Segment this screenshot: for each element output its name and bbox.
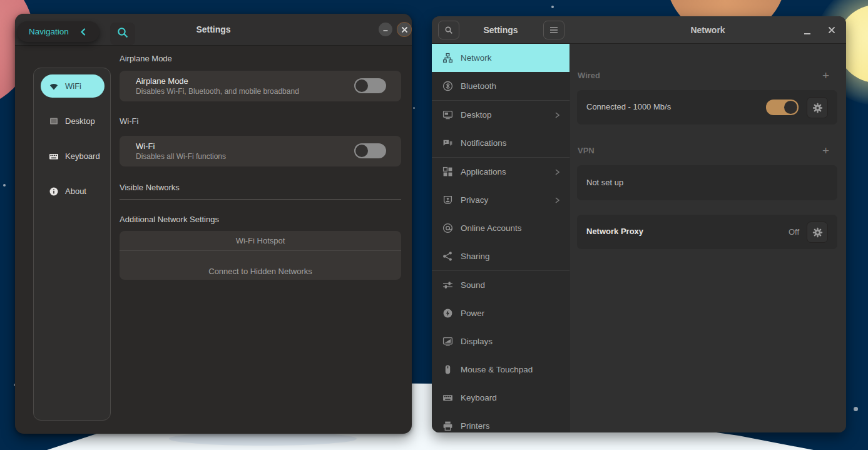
mouse-icon: [442, 364, 453, 375]
visible-networks-divider: [120, 199, 401, 200]
at-icon: [442, 223, 453, 233]
wired-toggle[interactable]: [766, 100, 799, 115]
keyboard-icon: [442, 392, 453, 403]
sidebar-item-sound[interactable]: Sound: [432, 271, 569, 299]
sidebar-item-label: Online Accounts: [461, 223, 522, 233]
close-icon[interactable]: [827, 26, 836, 34]
sidebar-item-label: Sound: [461, 280, 485, 290]
airplane-mode-toggle[interactable]: [354, 78, 386, 93]
proxy-value: Off: [789, 227, 799, 237]
sidebar-item-mouse-touchpad[interactable]: Mouse & Touchpad: [432, 355, 569, 384]
sidebar-item-label: Applications: [461, 167, 506, 176]
sidebar-item-notifications[interactable]: Notifications: [432, 129, 569, 157]
section-header-airplane-mode: Airplane Mode: [120, 54, 401, 63]
wired-options-button[interactable]: [807, 97, 828, 118]
toggle-knob: [355, 145, 368, 157]
add-vpn-button[interactable]: +: [822, 144, 829, 158]
sidebar-item-label: Sharing: [461, 252, 490, 261]
privacy-icon: [442, 195, 453, 205]
sidebar-item-label: Keyboard: [461, 393, 497, 402]
toggle-knob: [784, 101, 797, 114]
displays-icon: [442, 336, 453, 347]
sidebar-item-about[interactable]: About: [41, 180, 105, 203]
gear-icon: [812, 103, 823, 113]
sidebar-item-label: Mouse & Touchpad: [461, 365, 533, 374]
wifi-settings-window: Settings WiFi Desktop Keyboard About Air…: [15, 14, 412, 434]
minimize-icon[interactable]: [803, 28, 812, 36]
sidebar-item-label: Power: [461, 309, 484, 318]
wifi-icon: [49, 81, 59, 91]
network-proxy-row[interactable]: Network Proxy Off: [577, 215, 837, 249]
printer-icon: [442, 421, 453, 431]
star: [551, 6, 554, 8]
desktop-icon: [442, 110, 453, 120]
sidebar-item-keyboard[interactable]: Keyboard: [41, 145, 105, 168]
sidebar-item-sharing[interactable]: Sharing: [432, 242, 569, 270]
wired-section-label: Wired: [578, 71, 600, 80]
sidebar-item-keyboard[interactable]: Keyboard: [432, 384, 569, 412]
vpn-status: Not set up: [586, 178, 623, 187]
sidebar-item-network[interactable]: Network: [432, 44, 569, 72]
network-settings-window: Settings Network Network Bluetooth Deskt…: [432, 16, 846, 432]
sidebar-item-label: WiFi: [65, 81, 81, 91]
section-header-additional: Additional Network Settings: [120, 215, 401, 224]
airplane-mode-subtitle: Disables Wi-Fi, Bluetooth, and mobile br…: [136, 87, 299, 96]
proxy-options-button[interactable]: [807, 222, 828, 243]
notifications-icon: [442, 138, 453, 148]
sidebar-item-label: Keyboard: [65, 151, 100, 161]
power-icon: [442, 308, 453, 319]
menu-button[interactable]: [543, 21, 564, 39]
sidebar-item-privacy[interactable]: Privacy: [432, 186, 569, 214]
chevron-right-icon: [553, 197, 561, 204]
wired-connection-row[interactable]: Connected - 1000 Mb/s: [577, 90, 837, 125]
connect-hidden-networks-button[interactable]: Connect to Hidden Networks: [120, 251, 401, 280]
snow-shade: [169, 432, 357, 446]
sidebar-item-desktop[interactable]: Desktop: [41, 110, 105, 133]
sidebar-item-wifi[interactable]: WiFi: [41, 74, 105, 98]
wifi-toggle[interactable]: [354, 143, 386, 158]
star: [854, 407, 858, 411]
sidebar-item-label: About: [65, 187, 86, 196]
sidebar-item-desktop[interactable]: Desktop: [432, 101, 569, 129]
sidebar-item-online-accounts[interactable]: Online Accounts: [432, 214, 569, 242]
hamburger-icon: [549, 26, 558, 34]
section-header-wifi: Wi-Fi: [120, 116, 401, 126]
left-sidebar: WiFi Desktop Keyboard About: [33, 68, 111, 421]
sidebar-item-label: Displays: [461, 337, 493, 346]
wifi-subtitle: Disables all Wi-Fi functions: [136, 152, 226, 161]
network-panel: Wired + Connected - 1000 Mb/s VPN + Not …: [569, 44, 846, 432]
sidebar-item-printers[interactable]: Printers: [432, 412, 569, 432]
left-main-content: Airplane Mode Airplane Mode Disables Wi-…: [120, 14, 401, 434]
keyboard-icon: [49, 151, 59, 161]
section-header-visible-networks: Visible Networks: [120, 183, 401, 192]
sidebar-item-label: Network: [461, 53, 492, 63]
wifi-hotspot-button[interactable]: Wi-Fi Hotspot: [120, 231, 401, 250]
wifi-title: Wi-Fi: [136, 141, 155, 151]
right-sidebar: Network Bluetooth Desktop Notifications …: [432, 44, 569, 432]
right-titlebar[interactable]: Settings Network: [432, 16, 846, 44]
vpn-section-label: VPN: [578, 146, 595, 155]
network-proxy-title: Network Proxy: [586, 227, 643, 236]
navigation-label: Navigation: [29, 27, 69, 36]
info-icon: [49, 187, 59, 197]
add-wired-button[interactable]: +: [822, 69, 829, 83]
sidebar-item-label: Desktop: [461, 110, 492, 120]
navigation-pill[interactable]: Navigation: [17, 21, 100, 42]
sidebar-item-displays[interactable]: Displays: [432, 327, 569, 355]
star: [3, 184, 6, 187]
chevron-left-icon: [79, 28, 87, 36]
sidebar-item-power[interactable]: Power: [432, 299, 569, 327]
share-icon: [442, 251, 453, 262]
vpn-row[interactable]: Not set up: [577, 165, 837, 200]
sidebar-item-bluetooth[interactable]: Bluetooth: [432, 72, 569, 100]
additional-settings-card: Wi-Fi Hotspot Connect to Hidden Networks: [120, 231, 401, 280]
chevron-right-icon: [553, 111, 561, 119]
sidebar-item-label: Privacy: [461, 195, 488, 205]
sidebar-item-applications[interactable]: Applications: [432, 158, 569, 186]
bluetooth-icon: [442, 81, 453, 91]
toggle-knob: [355, 79, 368, 92]
airplane-mode-title: Airplane Mode: [136, 76, 188, 86]
sidebar-item-label: Bluetooth: [461, 81, 496, 91]
sidebar-item-label: Printers: [461, 421, 490, 431]
gear-icon: [812, 227, 823, 238]
